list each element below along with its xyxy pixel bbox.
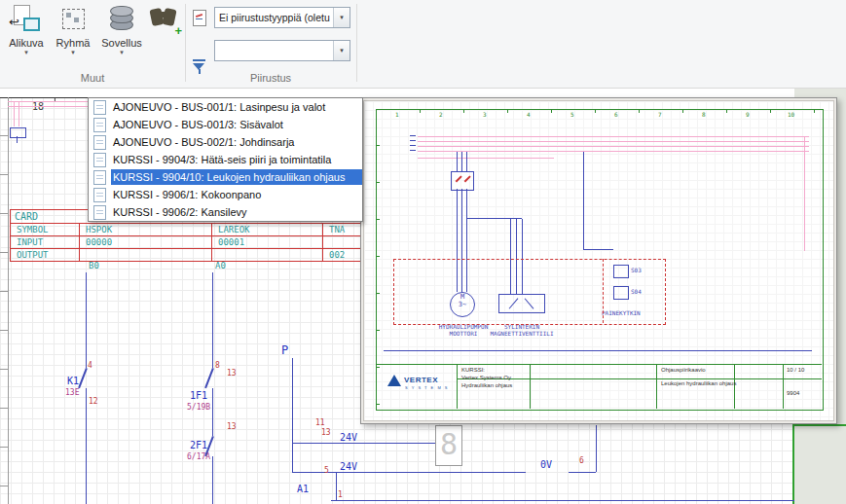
list-item[interactable]: AJONEUVO - BUS-001/3: Sisävalot	[89, 116, 362, 133]
rail-label-24v: 24V	[340, 432, 357, 443]
wire-segment	[457, 152, 458, 171]
card-input-row: INPUT 00000 00001	[11, 235, 365, 248]
seven-segment-display: 8	[435, 425, 462, 466]
ruler-number: 2	[439, 111, 443, 118]
ruler-number: 7	[658, 111, 662, 118]
group-separator	[185, 4, 186, 82]
wire-number: 13	[321, 428, 331, 437]
card-cell	[322, 236, 365, 248]
sheet-green-line	[794, 424, 846, 426]
ruler-number: 9	[746, 111, 750, 118]
document-icon	[93, 118, 106, 132]
rail-tag	[410, 140, 416, 141]
document-icon	[93, 170, 106, 185]
drawing-list-popup: AJONEUVO - BUS-001/1: Lasinpesu ja valot…	[88, 97, 363, 222]
drawing-type-combobox[interactable]: Ei piirustustyyppiä (oletu ▾	[214, 7, 350, 28]
ryhma-dropdown-arrow-icon[interactable]: ▾	[71, 49, 75, 55]
database-icon	[106, 4, 137, 35]
pink-rail	[418, 158, 554, 159]
card-cell: INPUT	[11, 236, 79, 248]
list-item[interactable]: KURSSI - 9904/3: Hätä-seis piiri ja toim…	[89, 151, 362, 168]
pink-rail	[418, 136, 809, 137]
wire-segment	[292, 443, 293, 472]
card-header-cell: HSPOK	[79, 224, 211, 235]
document-icon	[93, 205, 106, 220]
wire-segment	[212, 272, 213, 368]
document-icon	[93, 100, 106, 115]
rail-tag	[410, 145, 416, 146]
alikuva-button[interactable]: ↩ Alikuva ▾	[4, 2, 49, 55]
dashed-divider	[603, 259, 604, 323]
pin-number: 12	[89, 397, 98, 406]
component-a1: A1	[297, 484, 309, 494]
titleblock-line	[457, 378, 822, 379]
ruler-number: 8	[702, 111, 706, 118]
subpicture-icon: ↩	[11, 4, 42, 35]
wire-segment	[336, 472, 337, 500]
document-icon	[93, 153, 106, 167]
pink-rail	[418, 141, 809, 142]
document-icon	[93, 188, 106, 202]
ruler-number: 6	[614, 111, 618, 118]
binoculars-add-icon: +	[148, 4, 179, 35]
card-header-cell: TNA	[322, 224, 365, 235]
group-separator	[356, 4, 357, 82]
wire-segment	[292, 358, 293, 443]
ruler-number: 4	[527, 111, 531, 118]
list-item[interactable]: KURSSI - 9906/2: Kansilevy	[89, 203, 362, 221]
group-select-icon	[57, 4, 89, 35]
wire-segment	[569, 472, 596, 473]
titleblock-line	[734, 364, 735, 409]
titleblock-sheet: 10 / 10	[787, 367, 804, 373]
card-header-row: SYMBOL HSPOK LAREOK TNA	[11, 224, 365, 235]
list-item[interactable]: AJONEUVO - BUS-002/1: Johdinsarja	[89, 133, 362, 151]
wire-segment	[292, 443, 435, 444]
ryhma-button[interactable]: Ryhmä ▾	[51, 2, 95, 55]
alikuva-dropdown-arrow-icon[interactable]: ▾	[24, 49, 28, 55]
io-address-a0: A0	[215, 261, 226, 270]
rail-tag	[410, 150, 416, 151]
drawing-type-combo-arrow-icon[interactable]: ▾	[333, 8, 349, 27]
signal-p: P	[281, 343, 288, 357]
sheet-left-border	[8, 97, 9, 504]
titleblock-line	[376, 364, 822, 365]
card-output-row: OUTPUT 002	[11, 248, 365, 261]
filter-combobox[interactable]: ▾	[214, 40, 350, 61]
card-cell: OUTPUT	[11, 249, 79, 261]
wire-segment	[86, 388, 87, 504]
ruler-number: 1	[395, 111, 399, 118]
list-item-selected[interactable]: KURSSI - 9904/10: Leukojen hydrauliikan …	[89, 168, 362, 186]
drawing-preview-window: 1 2 3 4 5 6 7 8 9 10 M 3~ HYD	[360, 97, 837, 424]
list-item[interactable]: AJONEUVO - BUS-001/1: Lasinpesu ja valot	[89, 98, 362, 116]
pin-number: 13	[227, 369, 237, 378]
titleblock-line	[656, 364, 657, 409]
wire-segment	[331, 500, 794, 501]
pink-rail	[418, 151, 809, 152]
group-label-muut: Muut	[0, 72, 185, 84]
filter-combo-arrow-icon[interactable]: ▾	[333, 41, 349, 60]
wire-segment	[17, 136, 18, 143]
valve-caption: MAGNEETTIVENTTIILI	[475, 330, 569, 337]
card-header-cell: LAREOK	[211, 224, 322, 235]
wire-number: 11	[315, 418, 325, 427]
drawing-type-icon	[192, 10, 207, 25]
preview-drawing-area: 1 2 3 4 5 6 7 8 9 10 M 3~ HYD	[363, 100, 834, 421]
sovellus-dropdown-arrow-icon[interactable]: ▾	[120, 49, 124, 55]
terminal-symbol	[10, 127, 26, 138]
find-add-button[interactable]: +	[148, 4, 181, 37]
pink-rail	[18, 101, 19, 126]
wire-number: 1	[338, 490, 343, 499]
pin-number: 13	[227, 422, 237, 431]
crossref-k1: 13E	[65, 388, 79, 397]
rail-label-0v: 0V	[540, 459, 552, 470]
wire-number: 5	[324, 466, 329, 475]
ryhma-label: Ryhmä	[56, 37, 91, 49]
vertex-logo-icon	[387, 375, 401, 386]
component-2f1: 2F1	[190, 440, 207, 450]
wire-segment	[466, 152, 467, 171]
sovellus-button[interactable]: Sovellus ▾	[97, 2, 146, 55]
frame-top-ticks	[377, 110, 821, 113]
sovellus-label: Sovellus	[101, 37, 142, 49]
list-item[interactable]: KURSSI - 9906/1: Kokoonpano	[89, 186, 362, 203]
crossref-2f1: 6/17A	[187, 452, 210, 461]
